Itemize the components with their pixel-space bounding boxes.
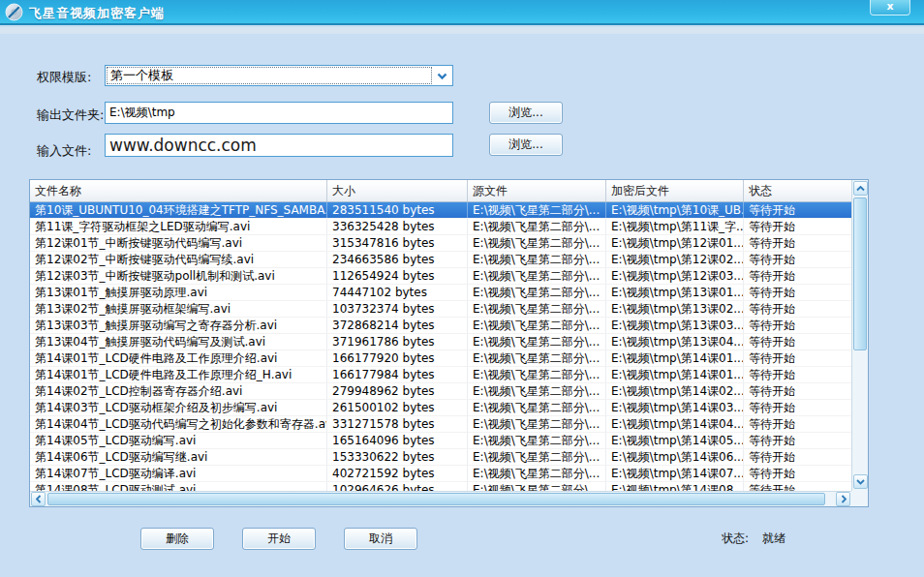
cell-size: 372868214 bytes xyxy=(327,318,468,333)
cell-size: 166177984 bytes xyxy=(327,367,468,382)
scroll-down-icon xyxy=(856,479,865,485)
close-icon: x xyxy=(886,0,893,13)
table-row[interactable]: 第14课04节_LCD驱动代码编写之初始化参数和寄存器.avi 33127157… xyxy=(30,416,851,433)
table-row[interactable]: 第12课02节_中断按键驱动代码编写续.avi 234663586 bytes … xyxy=(30,252,851,268)
column-header-encrypted[interactable]: 加密后文件 xyxy=(606,180,744,201)
cell-source-file: E:\视频\飞星第二部分\... xyxy=(468,318,606,333)
scroll-left-button[interactable] xyxy=(31,492,46,506)
output-folder-label: 输出文件夹: xyxy=(37,106,104,124)
cell-source-file: E:\视频\飞星第二部分\... xyxy=(468,466,606,481)
cell-status: 等待开始 xyxy=(744,383,851,399)
column-header-status[interactable]: 状态 xyxy=(744,180,851,201)
cell-status: 等待开始 xyxy=(744,466,851,481)
status-bar: 状态:就绪 xyxy=(722,531,785,547)
table-row[interactable]: 第14课07节_LCD驱动编译.avi 402721592 bytes E:\视… xyxy=(30,466,851,482)
cell-status: 等待开始 xyxy=(744,400,851,415)
cell-source-file: E:\视频\飞星第二部分\... xyxy=(468,449,606,465)
status-value: 就绪 xyxy=(762,531,785,545)
column-header-size[interactable]: 大小 xyxy=(327,180,468,201)
cell-size: 371961786 bytes xyxy=(327,334,468,349)
cell-file-name: 第11课_字符驱动框架之LED驱动编写.avi xyxy=(30,219,327,234)
table-row[interactable]: 第14课02节_LCD控制器寄存器介绍.avi 279948962 bytes … xyxy=(30,383,851,400)
horizontal-scroll-thumb[interactable] xyxy=(47,493,825,505)
table-row[interactable]: 第12课01节_中断按键驱动代码编写.avi 315347816 bytes E… xyxy=(30,235,851,252)
cell-source-file: E:\视频\飞星第二部分\... xyxy=(468,301,606,317)
table-body: 第10课_UBUNTU10_04环境搭建之TFTP_NFS_SAMBA.avi … xyxy=(30,202,851,491)
cell-status: 等待开始 xyxy=(744,285,851,300)
cell-status: 等待开始 xyxy=(744,449,851,465)
cell-source-file: E:\视频\飞星第二部分\... xyxy=(468,367,606,382)
table-row[interactable]: 第13课01节_触摸屏驱动原理.avi 74447102 bytes E:\视频… xyxy=(30,285,851,301)
cell-size: 102964626 bytes xyxy=(327,482,468,491)
cell-status: 等待开始 xyxy=(744,219,851,234)
horizontal-scrollbar[interactable] xyxy=(30,491,851,506)
start-button[interactable]: 开始 xyxy=(242,528,316,550)
cell-size: 103732374 bytes xyxy=(327,301,468,317)
scrollbar-corner xyxy=(851,491,868,506)
cell-size: 153330622 bytes xyxy=(327,449,468,465)
cell-file-name: 第13课04节_触摸屏驱动代码编写及测试.avi xyxy=(30,334,327,349)
cell-status: 等待开始 xyxy=(744,416,851,432)
title-bar[interactable]: 飞星音视频加密客户端 x xyxy=(0,0,924,25)
vertical-scroll-thumb[interactable] xyxy=(853,197,867,350)
table-row[interactable]: 第14课01节_LCD硬件电路及工作原理介绍.avi 166177920 byt… xyxy=(30,350,851,367)
cell-size: 112654924 bytes xyxy=(327,268,468,284)
table-row[interactable]: 第13课02节_触摸屏驱动框架编写.avi 103732374 bytes E:… xyxy=(30,301,851,318)
cell-size: 74447102 bytes xyxy=(327,285,468,300)
table-row[interactable]: 第14课01节_LCD硬件电路及工作原理介绍_H.avi 166177984 b… xyxy=(30,367,851,383)
cell-size: 315347816 bytes xyxy=(327,235,468,251)
cell-file-name: 第14课06节_LCD驱动编写继.avi xyxy=(30,449,327,465)
cell-encrypted-file: E:\视频\tmp\第14课03... xyxy=(606,400,744,415)
cell-file-name: 第10课_UBUNTU10_04环境搭建之TFTP_NFS_SAMBA.avi xyxy=(30,202,327,218)
scroll-right-button[interactable] xyxy=(836,492,850,506)
cell-file-name: 第14课03节_LCD驱动框架介绍及初步编写.avi xyxy=(30,400,327,415)
cell-status: 等待开始 xyxy=(744,268,851,284)
cell-encrypted-file: E:\视频\tmp\第12课03... xyxy=(606,268,744,284)
delete-button[interactable]: 删除 xyxy=(140,528,214,550)
table-row[interactable]: 第14课08节_LCD驱动测试.avi 102964626 bytes E:\视… xyxy=(30,482,851,491)
scroll-left-icon xyxy=(36,495,42,503)
cell-source-file: E:\视频\飞星第二部分\... xyxy=(468,202,606,218)
scroll-up-button[interactable] xyxy=(853,181,868,196)
cell-status: 等待开始 xyxy=(744,202,851,218)
cell-encrypted-file: E:\视频\tmp\第11课_字... xyxy=(606,219,744,234)
cell-status: 等待开始 xyxy=(744,318,851,333)
cell-file-name: 第14课01节_LCD硬件电路及工作原理介绍_H.avi xyxy=(30,367,327,382)
template-select[interactable]: 第一个模板 xyxy=(105,65,453,86)
cell-encrypted-file: E:\视频\tmp\第14课05... xyxy=(606,433,744,448)
table-row[interactable]: 第11课_字符驱动框架之LED驱动编写.avi 336325428 bytes … xyxy=(30,219,851,235)
cell-status: 等待开始 xyxy=(744,334,851,349)
browse-output-button[interactable]: 浏览... xyxy=(489,102,563,124)
cell-source-file: E:\视频\飞星第二部分\... xyxy=(468,350,606,366)
cell-encrypted-file: E:\视频\tmp\第13课02... xyxy=(606,301,744,317)
browse-input-button[interactable]: 浏览... xyxy=(489,134,563,156)
cell-encrypted-file: E:\视频\tmp\第14课06... xyxy=(606,449,744,465)
table-row[interactable]: 第14课03节_LCD驱动框架介绍及初步编写.avi 261500102 byt… xyxy=(30,400,851,416)
cell-status: 等待开始 xyxy=(744,235,851,251)
table-row[interactable]: 第14课05节_LCD驱动编写.avi 165164096 bytes E:\视… xyxy=(30,433,851,449)
output-folder-input[interactable]: E:\视频\tmp xyxy=(105,102,453,124)
table-header: 文件名称 大小 源文件 加密后文件 状态 xyxy=(30,180,851,202)
column-header-source[interactable]: 源文件 xyxy=(468,180,606,201)
cell-encrypted-file: E:\视频\tmp\第10课_UB... xyxy=(606,202,744,218)
input-file-input[interactable]: www.downcc.com xyxy=(105,134,453,157)
vertical-scrollbar[interactable] xyxy=(851,180,868,491)
cell-file-name: 第13课01节_触摸屏驱动原理.avi xyxy=(30,285,327,300)
column-header-name[interactable]: 文件名称 xyxy=(30,180,327,201)
table-row[interactable]: 第13课04节_触摸屏驱动代码编写及测试.avi 371961786 bytes… xyxy=(30,334,851,350)
cell-status: 等待开始 xyxy=(744,433,851,448)
template-label: 权限模版: xyxy=(37,69,91,86)
scroll-down-button[interactable] xyxy=(853,474,868,489)
cell-file-name: 第14课01节_LCD硬件电路及工作原理介绍.avi xyxy=(30,350,327,366)
table-row[interactable]: 第10课_UBUNTU10_04环境搭建之TFTP_NFS_SAMBA.avi … xyxy=(30,202,851,219)
table-row[interactable]: 第12课03节_中断按键驱动poll机制和测试.avi 112654924 by… xyxy=(30,268,851,285)
table-row[interactable]: 第14课06节_LCD驱动编写继.avi 153330622 bytes E:\… xyxy=(30,449,851,466)
table-row[interactable]: 第13课03节_触摸屏驱动编写之寄存器分析.avi 372868214 byte… xyxy=(30,318,851,334)
cell-size: 331271578 bytes xyxy=(327,416,468,432)
cancel-button[interactable]: 取消 xyxy=(344,528,417,550)
cell-size: 279948962 bytes xyxy=(327,383,468,399)
chevron-down-icon xyxy=(437,73,447,80)
titlebar-strip xyxy=(0,27,924,34)
close-button[interactable]: x xyxy=(870,0,910,15)
cell-size: 402721592 bytes xyxy=(327,466,468,481)
